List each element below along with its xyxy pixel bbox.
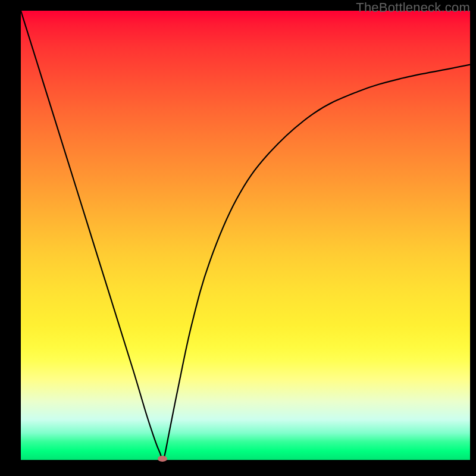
watermark-text: TheBottleneck.com (356, 0, 470, 15)
plot-gradient-background (21, 11, 470, 460)
chart-frame: TheBottleneck.com (0, 0, 476, 476)
